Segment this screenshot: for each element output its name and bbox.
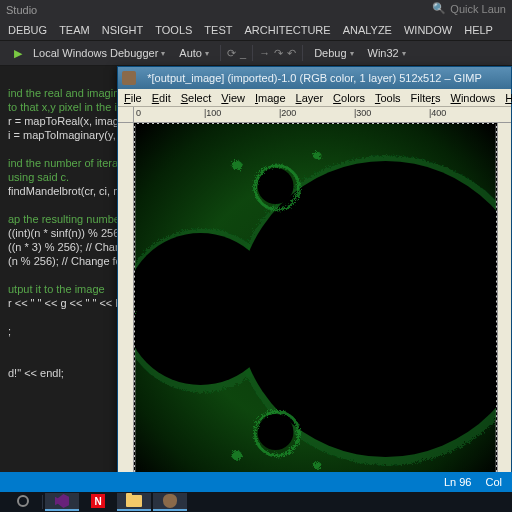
gimp-menu-image[interactable]: Image — [255, 92, 286, 104]
search-icon: 🔍 — [432, 2, 446, 15]
quick-launch-label: Quick Laun — [450, 3, 506, 15]
menu-debug[interactable]: DEBUG — [8, 24, 47, 36]
taskbar-explorer[interactable] — [117, 493, 151, 511]
debugger-dropdown[interactable]: Local Windows Debugger▾ — [28, 45, 170, 61]
vs-menubar: DEBUG TEAM NSIGHT TOOLS TEST ARCHITECTUR… — [0, 20, 512, 40]
svg-point-13 — [312, 150, 320, 158]
gimp-menu-windows[interactable]: Windows — [451, 92, 496, 104]
gimp-canvas[interactable] — [134, 123, 497, 485]
menu-team[interactable]: TEAM — [59, 24, 90, 36]
platform-dropdown[interactable]: Win32▾ — [363, 45, 411, 61]
gimp-menubar: File Edit Select View Image Layer Colors… — [118, 89, 511, 107]
taskbar-netflix[interactable]: N — [81, 493, 115, 511]
svg-point-12 — [231, 449, 241, 459]
svg-point-6 — [258, 168, 294, 204]
menu-nsight[interactable]: NSIGHT — [102, 24, 144, 36]
config-dropdown[interactable]: Auto▾ — [174, 45, 214, 61]
gimp-ruler-top: 0|100|200|300|400 — [118, 107, 511, 123]
fractal-image — [135, 124, 496, 484]
vs-toolbar: ▶ Local Windows Debugger▾ Auto▾ ⟳ _ → ↷ … — [0, 40, 512, 66]
separator — [220, 45, 221, 61]
netflix-icon: N — [91, 494, 105, 508]
taskbar-steam[interactable] — [6, 493, 40, 511]
vs-editor-body: ind the real and imaginaryto that x,y pi… — [0, 66, 512, 492]
gimp-ruler-left — [118, 123, 134, 485]
gimp-menu-file[interactable]: File — [124, 92, 142, 104]
chevron-down-icon: ▾ — [161, 49, 165, 58]
status-line: Ln 96 — [444, 476, 472, 488]
svg-point-7 — [258, 414, 294, 450]
build-config-dropdown[interactable]: Debug▾ — [309, 45, 358, 61]
taskbar: N — [0, 492, 512, 512]
gimp-window[interactable]: *[output_image] (imported)-1.0 (RGB colo… — [117, 66, 512, 512]
gimp-menu-tools[interactable]: Tools — [375, 92, 401, 104]
gimp-icon — [122, 71, 136, 85]
gimp-menu-colors[interactable]: Colors — [333, 92, 365, 104]
gimp-menu-filters[interactable]: Filters — [411, 92, 441, 104]
gimp-menu-view[interactable]: View — [221, 92, 245, 104]
quick-launch[interactable]: 🔍 Quick Laun — [432, 2, 506, 15]
taskbar-visualstudio[interactable] — [45, 493, 79, 511]
gimp-menu-help[interactable]: Help — [505, 92, 512, 104]
status-col: Col — [485, 476, 502, 488]
menu-window[interactable]: WINDOW — [404, 24, 452, 36]
taskbar-gimp[interactable] — [153, 493, 187, 511]
svg-point-14 — [312, 460, 320, 468]
vs-titlebar: Studio 🔍 Quick Laun — [0, 0, 512, 20]
vs-statusbar: Ln 96 Col — [0, 472, 512, 492]
gimp-menu-layer[interactable]: Layer — [296, 92, 324, 104]
gimp-taskbar-icon — [163, 494, 177, 508]
gimp-menu-edit[interactable]: Edit — [152, 92, 171, 104]
menu-analyze[interactable]: ANALYZE — [343, 24, 392, 36]
gimp-title-text: *[output_image] (imported)-1.0 (RGB colo… — [147, 72, 481, 84]
menu-test[interactable]: TEST — [204, 24, 232, 36]
gimp-titlebar[interactable]: *[output_image] (imported)-1.0 (RGB colo… — [118, 67, 511, 89]
menu-architecture[interactable]: ARCHITECTURE — [244, 24, 330, 36]
play-icon[interactable]: ▶ — [14, 47, 22, 60]
menu-tools[interactable]: TOOLS — [155, 24, 192, 36]
visualstudio-icon — [55, 494, 69, 508]
gimp-scrollbar-v[interactable] — [497, 123, 511, 485]
vs-title-text: Studio — [6, 4, 37, 16]
svg-point-11 — [231, 159, 241, 169]
menu-help[interactable]: HELP — [464, 24, 493, 36]
gimp-menu-select[interactable]: Select — [181, 92, 212, 104]
steam-icon — [17, 495, 29, 507]
folder-icon — [126, 495, 142, 507]
